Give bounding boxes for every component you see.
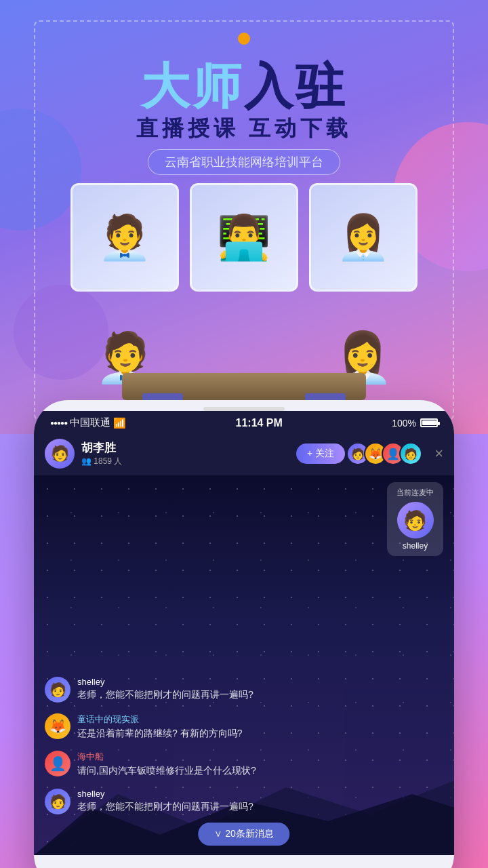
msg-content: shelley 老师，您能不能把刚才的问题再讲一遍吗? xyxy=(77,677,253,702)
new-messages-button[interactable]: ∨ 20条新消息 xyxy=(198,823,289,846)
status-right: 100% xyxy=(392,418,438,429)
carrier-name: 中国联通 xyxy=(70,416,110,429)
messages-list: 🧑 shelley 老师，您能不能把刚才的问题再讲一遍吗? 🦊 童话中的现实派 … xyxy=(34,677,454,814)
status-bar: ●●●●● 中国联通 📶 11:14 PM 100% xyxy=(34,411,454,432)
host-info: 胡李胜 👥 1859 人 xyxy=(81,440,289,467)
monitor-1: 🧑‍💼 xyxy=(70,183,179,292)
subtitle: 直播授课 互动下载 xyxy=(0,114,488,144)
msg-text: 还是沿着前辈的路继续? 有新的方向吗? xyxy=(77,727,242,741)
msg-content: 海中船 请问,国内汽车钣喷维修行业是个什么现状? xyxy=(77,751,256,778)
mini-avatars: 🧑 🦊 👤 🧑 xyxy=(352,442,422,465)
connected-name: shelley xyxy=(396,541,434,551)
connected-avatar: 🧑 xyxy=(397,502,434,538)
host-name: 胡李胜 xyxy=(81,440,289,456)
follow-button[interactable]: + 关注 xyxy=(296,443,345,464)
banner-section: 大师入驻 直播授课 互动下载 云南省职业技能网络培训平台 🧑‍💼 👨‍💻 👩‍💼… xyxy=(0,0,488,434)
msg-username: shelley xyxy=(77,789,253,799)
table-scene: 🧑‍💼 👩‍💼 xyxy=(81,292,407,414)
connected-label: 当前连麦中 xyxy=(396,488,434,498)
msg-avatar: 🧑 xyxy=(45,789,70,814)
time-display: 11:14 PM xyxy=(236,417,283,429)
host-count: 👥 1859 人 xyxy=(81,456,289,467)
chat-body: 当前连麦中 🧑 shelley 🧑 shelley 老师，您能不能把刚才的问题再… xyxy=(34,475,454,855)
wifi-icon: 📶 xyxy=(113,417,126,429)
main-title: 大师入驻 xyxy=(0,54,488,119)
status-left: ●●●●● 中国联通 📶 xyxy=(50,416,126,429)
msg-content: 童话中的现实派 还是沿着前辈的路继续? 有新的方向吗? xyxy=(77,713,242,741)
battery-pct: 100% xyxy=(392,418,416,429)
monitor-3: 👩‍💼 xyxy=(309,183,418,292)
close-button[interactable]: × xyxy=(434,445,443,462)
msg-avatar: 🦊 xyxy=(45,713,70,739)
platform-tag: 云南省职业技能网络培训平台 xyxy=(148,149,340,175)
message-row: 🦊 童话中的现实派 还是沿着前辈的路继续? 有新的方向吗? xyxy=(45,713,443,741)
msg-username: shelley xyxy=(77,677,253,687)
host-count-number: 1859 人 xyxy=(94,456,122,466)
message-row: 🧑 shelley 老师，您能不能把刚才的问题再讲一遍吗? xyxy=(45,789,443,814)
msg-content: shelley 老师，您能不能把刚才的问题再讲一遍吗? xyxy=(77,789,253,814)
msg-avatar: 👤 xyxy=(45,751,70,776)
message-row: 🧑 shelley 老师，您能不能把刚才的问题再讲一遍吗? xyxy=(45,677,443,703)
msg-text: 老师，您能不能把刚才的问题再讲一遍吗? xyxy=(77,800,253,814)
figure-1: 🧑‍💼 xyxy=(98,216,152,259)
message-row: 👤 海中船 请问,国内汽车钣喷维修行业是个什么现状? xyxy=(45,751,443,778)
phone-mockup: ●●●●● 中国联通 📶 11:14 PM 100% 🧑 胡李胜 👥 1859 … xyxy=(34,400,454,868)
battery-fill xyxy=(422,420,436,425)
msg-text: 老师，您能不能把刚才的问题再讲一遍吗? xyxy=(77,688,253,702)
monitors: 🧑‍💼 👨‍💻 👩‍💼 xyxy=(47,183,441,292)
msg-username: 海中船 xyxy=(77,751,256,763)
battery-icon xyxy=(420,418,438,427)
illustration: 🧑‍💼 👨‍💻 👩‍💼 🧑‍💼 👩‍💼 xyxy=(47,183,441,414)
figure-3: 👩‍💼 xyxy=(336,216,390,259)
figure-2: 👨‍💻 xyxy=(217,216,271,259)
msg-username: 童话中的现实派 xyxy=(77,713,242,726)
monitor-2: 👨‍💻 xyxy=(190,183,298,292)
signal-dots: ●●●●● xyxy=(50,419,67,427)
people-icon: 👥 xyxy=(81,456,92,466)
msg-text: 请问,国内汽车钣喷维修行业是个什么现状? xyxy=(77,764,256,778)
connected-panel: 当前连麦中 🧑 shelley xyxy=(387,482,443,556)
mini-avatar-4: 🧑 xyxy=(399,442,422,465)
host-avatar: 🧑 xyxy=(45,439,75,469)
chat-header: 🧑 胡李胜 👥 1859 人 + 关注 🧑 🦊 👤 🧑 × xyxy=(34,432,454,475)
title-dashi: 大师 xyxy=(141,59,244,113)
msg-avatar: 🧑 xyxy=(45,677,70,703)
title-ruzhu: 入驻 xyxy=(244,59,347,113)
